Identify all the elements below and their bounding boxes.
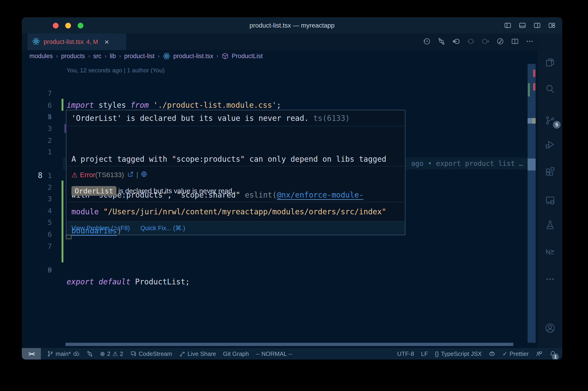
- chevron-right-icon: ›: [56, 53, 58, 59]
- screen: product-list.tsx — myreactapp product-li…: [0, 0, 588, 391]
- prettier-label: Prettier: [509, 350, 529, 357]
- module-path: "/Users/juri/nrwl/content/myreactapp/mod…: [103, 207, 386, 216]
- tab-product-list[interactable]: product-list.tsx 4, M ×: [28, 34, 126, 50]
- line-number: 6: [22, 228, 52, 240]
- git-blame-codelens[interactable]: You, 12 seconds ago | 1 author (You): [67, 65, 165, 76]
- compare-changes-icon[interactable]: [437, 37, 445, 46]
- warning-triangle-icon: ⚠: [113, 350, 118, 357]
- extensions-icon[interactable]: [538, 167, 562, 177]
- next-change-icon[interactable]: [482, 37, 490, 46]
- compare-status[interactable]: [83, 348, 96, 360]
- git-graph-status[interactable]: Git Graph: [220, 348, 252, 360]
- chevron-right-icon: ›: [88, 53, 90, 59]
- line-number: 4: [22, 111, 52, 123]
- toggle-panel-icon[interactable]: [519, 22, 526, 29]
- toggle-sidebar-icon[interactable]: [504, 22, 511, 29]
- error-count: 2: [107, 350, 110, 357]
- settings-badge: 1: [552, 353, 559, 360]
- layout-controls: [504, 17, 555, 34]
- prettier-status[interactable]: ✓ Prettier: [499, 348, 532, 360]
- code-line: 5 import { OrderList } from '@myreactapp…: [22, 99, 537, 111]
- testing-icon[interactable]: [538, 220, 562, 230]
- run-file-icon[interactable]: [496, 37, 504, 46]
- code-token: ProductList;: [130, 277, 190, 286]
- timeline-icon[interactable]: [423, 37, 431, 46]
- line-number: 9: [22, 264, 52, 276]
- nx-console-icon[interactable]: [538, 247, 562, 257]
- vscode-window: product-list.tsx — myreactapp product-li…: [22, 17, 562, 360]
- breadcrumb-item[interactable]: products: [61, 53, 85, 60]
- globe-icon[interactable]: [141, 171, 147, 179]
- ruler-info-mark: [532, 118, 536, 124]
- line-number: 4: [22, 205, 52, 217]
- symbol-chip: OrderList: [72, 186, 116, 196]
- open-external-icon[interactable]: [127, 171, 134, 179]
- problems-status[interactable]: ⊗ 2 ⚠ 2: [96, 348, 127, 360]
- breadcrumb-symbol[interactable]: ProductList: [232, 53, 263, 60]
- close-tab-icon[interactable]: ×: [104, 38, 109, 46]
- live-share-status[interactable]: Live Share: [176, 348, 220, 360]
- warning-triangle-icon: ⚠: [72, 171, 78, 179]
- tab-strip: product-list.tsx 4, M ×: [22, 34, 538, 50]
- inline-blame-annotation: ago • export product list …: [411, 158, 523, 170]
- react-icon: [161, 52, 172, 60]
- error-circle-icon: ⊗: [100, 350, 105, 357]
- eol-status[interactable]: LF: [418, 348, 431, 360]
- eslint-message-line: A project tagged with "scope:products" c…: [72, 153, 400, 165]
- react-icon: [32, 37, 40, 46]
- code-token: module: [72, 207, 99, 216]
- copilot-status[interactable]: [485, 348, 499, 360]
- vim-mode-indicator: -- NORMAL --: [252, 348, 296, 360]
- error-detail-text: is declared but its value is never read.: [116, 187, 234, 195]
- git-graph-label: Git Graph: [223, 350, 249, 357]
- horizontal-scrollbar[interactable]: [66, 343, 513, 346]
- diagnostic-message: 'OrderList' is declared but its value is…: [66, 110, 405, 126]
- codestream-status[interactable]: CodeStream: [127, 348, 176, 360]
- codestream-icon: [130, 351, 137, 357]
- ruler-error-mark: [533, 70, 535, 77]
- code-token: [94, 277, 98, 286]
- navigate-back-icon[interactable]: [452, 37, 460, 46]
- breadcrumb: modules › products › src › lib › product…: [22, 50, 538, 62]
- toggle-secondary-sidebar-icon[interactable]: [534, 22, 541, 29]
- breadcrumb-file[interactable]: product-list.tsx: [173, 53, 213, 60]
- feedback-status[interactable]: [532, 348, 546, 360]
- language-status[interactable]: {} TypeScript JSX: [431, 348, 485, 360]
- line-number: 3: [22, 193, 52, 205]
- line-number: 2: [22, 181, 52, 193]
- eslint-rule-link[interactable]: @nx/enforce-module-: [277, 191, 364, 199]
- git-branch-status[interactable]: main*: [44, 348, 83, 360]
- additional-views-icon[interactable]: [538, 274, 562, 284]
- ruler-error-mark: [533, 83, 535, 91]
- account-icon[interactable]: [538, 323, 562, 333]
- breadcrumb-item[interactable]: src: [93, 53, 101, 60]
- breadcrumb-item[interactable]: modules: [29, 53, 53, 60]
- chevron-right-icon: ›: [217, 53, 218, 59]
- live-share-label: Live Share: [188, 350, 216, 357]
- previous-change-icon[interactable]: [467, 37, 475, 46]
- more-actions-icon[interactable]: [526, 37, 534, 46]
- quick-fix-action[interactable]: Quick Fix... (⌘.): [140, 221, 185, 235]
- remote-explorer-icon[interactable]: [538, 195, 562, 205]
- overview-ruler[interactable]: [528, 64, 536, 343]
- remote-indicator[interactable]: ><: [22, 348, 41, 360]
- live-share-icon: [179, 351, 186, 357]
- search-icon[interactable]: [538, 84, 562, 94]
- encoding-status[interactable]: UTF-8: [394, 348, 418, 360]
- source-control-icon[interactable]: 5: [538, 115, 562, 125]
- breadcrumb-item[interactable]: lib: [110, 53, 116, 60]
- error-code: (TS6133): [95, 171, 124, 179]
- tooltip-resize-handle[interactable]: [66, 235, 72, 239]
- ruler-info-mark: [528, 118, 532, 124]
- customize-layout-icon[interactable]: [548, 22, 555, 29]
- run-debug-icon[interactable]: [538, 139, 562, 150]
- line-number: 2: [22, 134, 52, 146]
- title-bar: product-list.tsx — myreactapp: [22, 17, 562, 34]
- explorer-icon[interactable]: [538, 57, 562, 68]
- publish-cloud-icon: [73, 350, 80, 357]
- code-editor[interactable]: You, 12 seconds ago | 1 author (You) 7 i…: [22, 62, 537, 348]
- view-problem-action[interactable]: View Problem (⌥F8): [72, 221, 130, 235]
- line-number: 5: [22, 216, 52, 228]
- breadcrumb-item[interactable]: product-list: [124, 53, 155, 60]
- split-editor-icon[interactable]: [511, 37, 519, 46]
